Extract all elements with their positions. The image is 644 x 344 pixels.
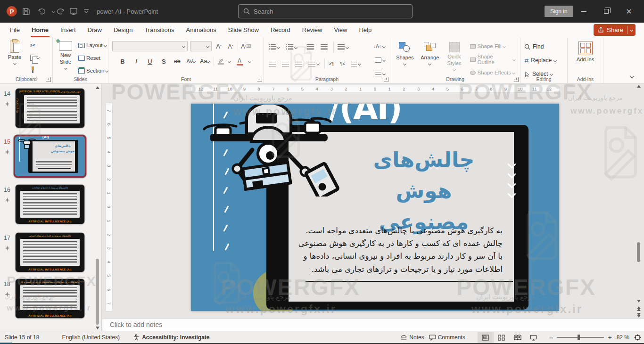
zoom-slider-thumb[interactable]: [578, 335, 580, 340]
paste-button[interactable]: Paste: [4, 41, 25, 74]
slide-thumbnail-15-selected[interactable]: (AI) چالش‌های هوش مصنوعی: [14, 135, 86, 178]
decrease-indent-button[interactable]: [303, 42, 315, 52]
smartart-dropdown-icon[interactable]: [382, 72, 386, 75]
scroll-down-icon[interactable]: [96, 327, 99, 329]
notes-toggle-button[interactable]: Notes: [400, 334, 424, 341]
underline-button[interactable]: U: [145, 57, 155, 66]
copy-dropdown-icon[interactable]: [36, 56, 40, 59]
text-shadow-button[interactable]: S: [159, 57, 168, 66]
tab-help[interactable]: Help: [354, 23, 377, 37]
tab-record[interactable]: Record: [265, 23, 296, 37]
arrange-dropdown-icon[interactable]: [428, 62, 431, 66]
scrollbar-thumb[interactable]: [96, 259, 99, 325]
text-direction-button[interactable]: ↓A↑: [372, 41, 386, 51]
slide-thumbnail-14[interactable]: سوپر هوش مصنوعی (ARTIFICIAL SUPER INTELL…: [16, 89, 84, 128]
slide-show-button[interactable]: [526, 332, 542, 343]
collapse-ribbon-icon[interactable]: [630, 74, 635, 79]
save-icon[interactable]: [19, 0, 33, 23]
bullets-button[interactable]: [268, 42, 281, 52]
replace-button[interactable]: ⇄ Replace: [524, 55, 563, 66]
font-dialog-launcher-icon[interactable]: [257, 77, 262, 82]
rtl-direction-button[interactable]: ¶<: [339, 58, 346, 69]
horizontal-ruler[interactable]: 1211109876543210123456789101112: [191, 85, 559, 92]
minimize-button[interactable]: ─: [576, 0, 592, 23]
slide-counter[interactable]: Slide 15 of 18: [5, 334, 39, 341]
text-direction-dropdown-icon[interactable]: [382, 44, 386, 48]
new-slide-dropdown-icon[interactable]: [64, 66, 67, 69]
notes-pane[interactable]: Click to add notes: [102, 318, 644, 331]
accessibility-status[interactable]: Accessibility: Investigate: [133, 334, 209, 341]
columns-button[interactable]: [350, 58, 362, 69]
shapes-button[interactable]: Shapes: [394, 42, 416, 76]
justify-button[interactable]: [307, 58, 320, 69]
search-input[interactable]: Search: [238, 4, 413, 18]
quick-styles-dropdown-icon[interactable]: [453, 67, 456, 71]
ltr-direction-button[interactable]: >¶: [324, 58, 335, 69]
increase-indent-button[interactable]: [320, 42, 329, 52]
shape-fill-dropdown-icon[interactable]: [503, 44, 506, 48]
font-color-button[interactable]: A: [235, 57, 244, 66]
language-indicator[interactable]: English (United States): [62, 334, 120, 341]
font-name-dropdown-icon[interactable]: [182, 44, 185, 48]
addins-button[interactable]: Add-ins: [575, 41, 596, 75]
zoom-slider[interactable]: [557, 337, 604, 338]
next-slide-button[interactable]: [637, 313, 641, 318]
scroll-up-icon[interactable]: [96, 86, 99, 89]
slide-title[interactable]: چالش‌های هوش مصنوعی: [351, 144, 497, 238]
layout-button[interactable]: Layout: [77, 40, 109, 50]
layout-dropdown-icon[interactable]: [103, 43, 107, 47]
italic-button[interactable]: I: [132, 57, 141, 66]
tab-animations[interactable]: Animations: [181, 23, 222, 37]
close-button[interactable]: ✕: [621, 0, 637, 23]
fit-slide-button[interactable]: [634, 334, 641, 341]
font-color-dropdown-icon[interactable]: [248, 59, 251, 63]
share-dropdown-icon[interactable]: [630, 28, 633, 32]
font-name-combo[interactable]: [112, 41, 188, 51]
font-size-dropdown-icon[interactable]: [206, 44, 209, 48]
redo-icon[interactable]: [53, 0, 67, 23]
slideshow-from-start-icon[interactable]: [66, 0, 81, 23]
tab-slide-show[interactable]: Slide Show: [223, 23, 264, 37]
paste-dropdown-icon[interactable]: [13, 62, 16, 65]
shape-outline-button[interactable]: Shape Outline: [469, 54, 516, 65]
canvas-scroll-down-icon[interactable]: [637, 300, 641, 303]
cut-button[interactable]: ✂: [29, 40, 40, 50]
bold-button[interactable]: B: [118, 57, 127, 66]
new-slide-button[interactable]: New Slide: [57, 41, 74, 75]
slide-body-text[interactable]: به کارگیری هوش مصنوعی با چالش‌های متعددی…: [296, 224, 503, 276]
canvas-scrollbar-thumb[interactable]: [637, 242, 640, 262]
section-button[interactable]: Section: [77, 66, 109, 76]
select-dropdown-icon[interactable]: [550, 72, 553, 75]
slide-sorter-view-button[interactable]: [494, 332, 510, 343]
change-case-button[interactable]: Aa: [200, 57, 209, 66]
tab-view[interactable]: View: [329, 23, 352, 37]
align-left-button[interactable]: [268, 58, 277, 69]
reading-view-button[interactable]: [510, 332, 526, 343]
character-spacing-button[interactable]: AV: [186, 57, 196, 66]
line-spacing-dropdown-icon[interactable]: [346, 45, 349, 49]
shape-outline-dropdown-icon[interactable]: [512, 57, 516, 61]
align-right-button[interactable]: [294, 58, 303, 69]
highlight-dropdown-icon[interactable]: [228, 59, 231, 63]
align-center-button[interactable]: [281, 58, 290, 69]
bullets-dropdown-icon[interactable]: [277, 45, 280, 49]
shape-fill-button[interactable]: Shape Fill: [469, 41, 516, 51]
text-highlight-button[interactable]: [214, 57, 224, 66]
slide-thumbnail-16[interactable]: چالش‌های مربوط با داده‌ها و اطلاعات ARTI…: [16, 185, 84, 224]
character-spacing-dropdown-icon[interactable]: [192, 59, 196, 63]
zoom-in-button[interactable]: +: [608, 334, 611, 341]
justify-dropdown-icon[interactable]: [316, 62, 320, 65]
normal-view-button[interactable]: [478, 332, 494, 343]
line-spacing-button[interactable]: [333, 42, 349, 52]
find-button[interactable]: Find: [524, 41, 563, 52]
previous-slide-button[interactable]: [637, 306, 641, 311]
clipboard-dialog-launcher-icon[interactable]: [46, 77, 51, 82]
numbering-dropdown-icon[interactable]: [294, 45, 297, 49]
font-size-combo[interactable]: [190, 41, 212, 51]
slide-thumbnail-17[interactable]: چالش‌های مربوط به افراد و نیروهای انسانی…: [16, 233, 84, 272]
slide-editing-surface[interactable]: /(AI) چالش‌های هوش مصنوعی به کارگیری هوش…: [191, 104, 559, 311]
vertical-ruler[interactable]: 765432101234567: [105, 103, 113, 311]
tab-home[interactable]: Home: [26, 23, 54, 37]
zoom-percentage[interactable]: 82 %: [617, 334, 629, 341]
paragraph-dialog-launcher-icon[interactable]: [384, 77, 388, 82]
